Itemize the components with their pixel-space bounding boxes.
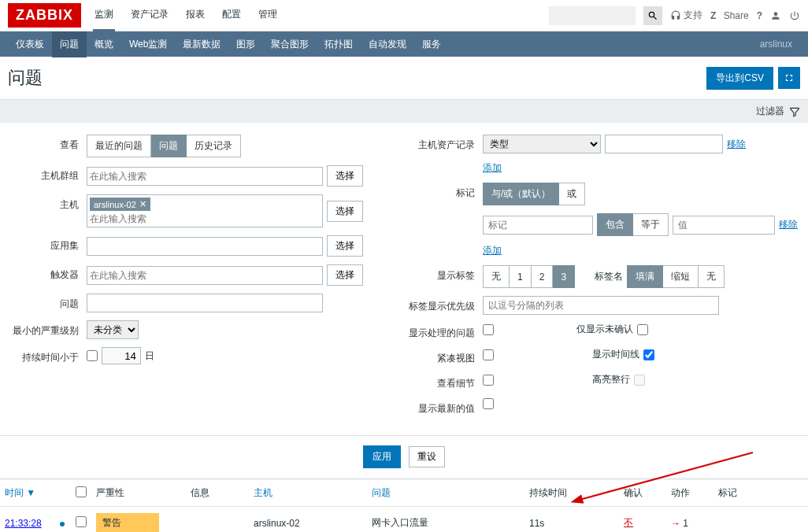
view-recent[interactable]: 最近的问题: [87, 135, 151, 157]
global-search-input[interactable]: [549, 6, 636, 25]
export-csv-button[interactable]: 导出到CSV: [706, 67, 773, 90]
table-header-row: 时间 ▼ 严重性 信息 主机 问题 持续时间 确认 动作 标记: [0, 480, 808, 507]
nav-reports[interactable]: 报表: [184, 0, 206, 31]
apply-button[interactable]: 应用: [363, 445, 401, 468]
tags-or-button[interactable]: 或: [559, 183, 585, 205]
subnav-services[interactable]: 服务: [414, 31, 449, 57]
reset-button[interactable]: 重设: [409, 446, 445, 467]
tag-contain-button[interactable]: 包含: [597, 213, 633, 236]
tagprio-input[interactable]: [483, 296, 719, 315]
fullscreen-button[interactable]: [778, 67, 800, 89]
app-label: 应用集: [8, 235, 87, 253]
unack-checkbox[interactable]: [637, 324, 648, 335]
subnav-latest[interactable]: 最新数据: [175, 31, 228, 57]
nav-config[interactable]: 配置: [221, 0, 243, 31]
trigger-select-button[interactable]: 选择: [327, 264, 363, 286]
subnav-overview[interactable]: 概览: [87, 31, 121, 57]
trigger-multiselect[interactable]: [87, 266, 323, 285]
duration-value[interactable]: [102, 347, 141, 364]
support-link[interactable]: 支持: [670, 9, 702, 22]
showtags-3[interactable]: 3: [553, 265, 575, 288]
compact-label: 紧凑视图: [404, 348, 483, 365]
host-multiselect[interactable]: arslinux-02 ✕: [87, 194, 323, 227]
zabbix-logo[interactable]: ZABBIX: [8, 3, 81, 28]
tagname-full[interactable]: 填满: [627, 265, 663, 288]
subnav-dashboard[interactable]: 仪表板: [8, 31, 52, 57]
tag-add-link[interactable]: 添加: [483, 244, 502, 257]
subnav-maps[interactable]: 拓扑图: [317, 31, 361, 57]
highlight-checkbox[interactable]: [634, 375, 645, 386]
row-host: arslinux-02: [249, 507, 367, 533]
app-select-button[interactable]: 选择: [327, 235, 363, 257]
th-host[interactable]: 主机: [254, 487, 272, 498]
tag-remove-link[interactable]: 移除: [779, 218, 798, 231]
th-problem[interactable]: 问题: [372, 487, 391, 498]
showtags-2[interactable]: 2: [532, 265, 554, 288]
inventory-value-input[interactable]: [605, 135, 723, 153]
tagname-group: 填满 缩短 无: [627, 265, 725, 288]
tag-name-input[interactable]: [483, 216, 593, 235]
tagname-short[interactable]: 缩短: [663, 265, 699, 288]
severity-select[interactable]: 未分类: [87, 320, 139, 339]
compact-checkbox[interactable]: [483, 349, 494, 360]
help-link[interactable]: ?: [757, 10, 762, 21]
view-problems[interactable]: 问题: [151, 135, 187, 157]
duration-checkbox[interactable]: [87, 350, 98, 361]
row-ack[interactable]: 不: [624, 517, 633, 528]
inventory-add-link[interactable]: 添加: [483, 161, 502, 175]
user-link[interactable]: [770, 10, 781, 21]
tags-andor-button[interactable]: 与/或（默认）: [483, 183, 559, 205]
row-severity: 警告: [96, 513, 159, 532]
subnav-discovery[interactable]: 自动发现: [361, 31, 414, 57]
th-time[interactable]: 时间 ▼: [5, 487, 35, 498]
problem-input[interactable]: [87, 294, 323, 312]
subnav-problems[interactable]: 问题: [52, 31, 87, 57]
duration-label: 持续时间小于: [8, 347, 87, 364]
nav-inventory[interactable]: 资产记录: [129, 0, 170, 31]
filter-actions: 应用 重设: [0, 436, 808, 480]
tag-op-group: 包含 等于: [597, 213, 669, 236]
app-input[interactable]: [87, 237, 323, 256]
topnav-right: 支持 Z Share ?: [549, 6, 800, 25]
view-history[interactable]: 历史记录: [187, 135, 241, 157]
tag-equal-button[interactable]: 等于: [633, 213, 669, 236]
hostgroup-multiselect[interactable]: [87, 167, 323, 186]
showproc-checkbox[interactable]: [483, 324, 494, 335]
row-time[interactable]: 21:33:28: [5, 518, 42, 529]
select-all-checkbox[interactable]: [76, 486, 87, 497]
host-select-button[interactable]: 选择: [327, 201, 363, 222]
power-icon: [789, 10, 800, 21]
tagname-label: 标签名: [595, 270, 623, 283]
tag-value-input[interactable]: [673, 216, 775, 235]
host-tag[interactable]: arslinux-02 ✕: [90, 198, 150, 211]
timeline-checkbox[interactable]: [643, 349, 654, 360]
host-input[interactable]: [90, 213, 320, 224]
inventory-remove-link[interactable]: 移除: [727, 138, 746, 151]
row-checkbox[interactable]: [76, 516, 87, 527]
page-header: 问题 导出到CSV: [0, 57, 808, 99]
share-link[interactable]: Z Share: [710, 10, 749, 21]
filter-toggle[interactable]: 过滤器: [756, 105, 800, 118]
nav-monitoring[interactable]: 监测: [93, 0, 115, 31]
problems-table-wrap: 时间 ▼ 严重性 信息 主机 问题 持续时间 确认 动作 标记 21:33:28…: [0, 480, 808, 532]
subnav-graphs[interactable]: 图形: [228, 31, 263, 57]
details-checkbox[interactable]: [483, 375, 494, 386]
subnav-screens[interactable]: 聚合图形: [263, 31, 317, 57]
subnav-web[interactable]: Web监测: [121, 31, 175, 57]
hostgroup-select-button[interactable]: 选择: [327, 165, 363, 187]
showtags-1[interactable]: 1: [510, 265, 532, 288]
latest-checkbox[interactable]: [483, 398, 494, 409]
tagname-none[interactable]: 无: [699, 265, 725, 288]
view-segmented: 最近的问题 问题 历史记录: [87, 135, 241, 157]
nav-admin[interactable]: 管理: [257, 0, 279, 31]
logout-link[interactable]: [789, 10, 800, 21]
unack-label: 仅显示未确认: [576, 323, 633, 336]
inventory-label: 主机资产记录: [404, 135, 483, 152]
search-button[interactable]: [643, 6, 662, 25]
inventory-type-select[interactable]: 类型: [483, 135, 601, 153]
hostgroup-input[interactable]: [90, 171, 320, 182]
showtags-none[interactable]: 无: [483, 265, 510, 288]
problem-label: 问题: [8, 294, 87, 311]
host-tag-remove[interactable]: ✕: [139, 199, 146, 209]
trigger-input[interactable]: [90, 270, 320, 281]
